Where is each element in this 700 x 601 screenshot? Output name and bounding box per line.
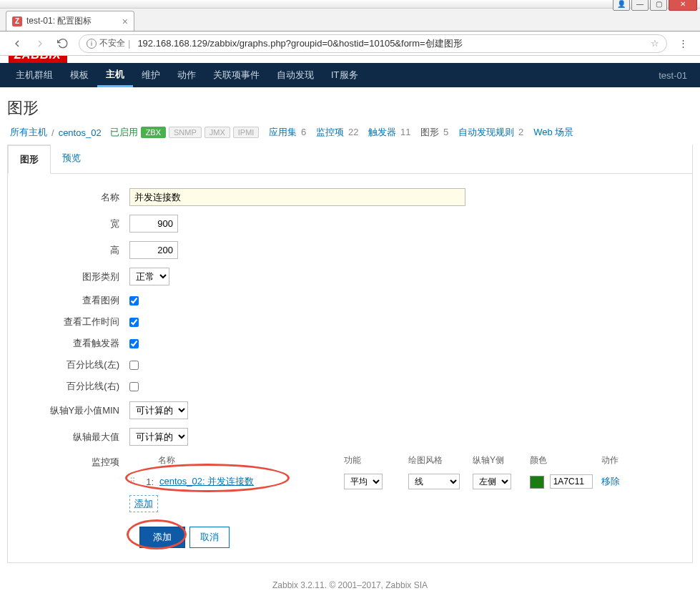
checkbox-show-legend[interactable] — [129, 296, 139, 306]
tab-preview[interactable]: 预览 — [51, 145, 92, 173]
input-width[interactable] — [129, 215, 178, 233]
stat-items[interactable]: 监控项 22 — [316, 126, 358, 139]
stat-discovery-rules[interactable]: 自动发现规则 2 — [458, 126, 523, 139]
reload-icon[interactable] — [56, 36, 70, 51]
label-items: 监控项 — [15, 454, 129, 469]
browser-tab[interactable]: Z test-01: 配置图标 × — [6, 11, 134, 31]
stat-graphs[interactable]: 图形 5 — [420, 126, 448, 139]
header-action: 动作 — [601, 454, 644, 466]
nav-templates[interactable]: 模板 — [61, 63, 97, 87]
browser-menu-icon[interactable]: ⋮ — [676, 36, 690, 51]
url-input[interactable] — [137, 38, 651, 49]
footer: Zabbix 3.2.11. © 2001–2017, Zabbix SIA — [7, 563, 693, 597]
user-window-button[interactable]: 👤 — [613, 0, 630, 11]
label-pct-left: 百分比线(左) — [15, 358, 129, 371]
nav-host-context: test-01 — [659, 70, 693, 81]
nav-discovery[interactable]: 自动发现 — [268, 63, 322, 87]
form-tabs: 图形 预览 — [8, 145, 692, 174]
breadcrumb-host[interactable]: centos_02 — [59, 127, 102, 138]
header-color: 颜色 — [530, 454, 601, 466]
select-item-style[interactable]: 线 — [408, 474, 460, 489]
address-input-wrap[interactable]: i 不安全 | ☆ — [79, 34, 667, 53]
label-ymax: 纵轴最大值 — [15, 431, 129, 444]
checkbox-show-triggers[interactable] — [129, 339, 139, 348]
label-name: 名称 — [15, 191, 129, 204]
stat-triggers[interactable]: 触发器 11 — [368, 126, 410, 139]
label-show-legend: 查看图例 — [15, 294, 129, 307]
select-graph-type[interactable]: 正常 — [129, 268, 169, 285]
item-index: 1: — [141, 477, 154, 487]
tab-close-icon[interactable]: × — [122, 16, 128, 27]
drag-handle-icon[interactable]: ⠿ — [129, 477, 141, 486]
label-width: 宽 — [15, 218, 129, 230]
cancel-button[interactable]: 取消 — [189, 527, 230, 548]
checkbox-pct-left[interactable] — [129, 361, 139, 370]
select-ymin[interactable]: 可计算的 — [129, 401, 188, 419]
nav-hosts[interactable]: 主机 — [97, 63, 133, 87]
stat-applications[interactable]: 应用集 6 — [269, 126, 306, 139]
header-style: 绘图风格 — [408, 454, 473, 466]
tab-title: test-01: 配置图标 — [26, 15, 92, 27]
items-table-header: 名称 功能 绘图风格 纵轴Y侧 颜色 动作 — [129, 454, 685, 466]
back-icon[interactable] — [10, 36, 24, 51]
item-remove-link[interactable]: 移除 — [601, 476, 620, 487]
input-name[interactable] — [129, 188, 465, 206]
submit-button[interactable]: 添加 — [139, 527, 185, 548]
label-height: 高 — [15, 244, 129, 257]
header-side: 纵轴Y侧 — [473, 454, 530, 466]
input-color[interactable] — [550, 474, 593, 489]
forward-icon — [33, 36, 47, 51]
select-item-side[interactable]: 左侧 — [473, 474, 511, 489]
checkbox-show-worktime[interactable] — [129, 318, 139, 327]
insecure-label: 不安全 — [99, 37, 125, 49]
maximize-window-button[interactable]: ▢ — [650, 0, 667, 11]
color-swatch[interactable] — [530, 476, 544, 489]
add-item-link[interactable]: 添加 — [129, 495, 158, 512]
label-ymin: 纵轴Y最小值MIN — [15, 404, 129, 417]
browser-address-bar: i 不安全 | ☆ ⋮ — [0, 31, 700, 56]
zabbix-logo-bar: ZABBIX — [0, 56, 700, 63]
item-row: ⠿ 1: centos_02: 并发连接数 平均 线 左侧 移除 — [129, 474, 685, 489]
nav-correlation[interactable]: 关联项事件 — [204, 63, 268, 87]
label-graph-type: 图形类别 — [15, 270, 129, 283]
bookmark-star-icon[interactable]: ☆ — [651, 38, 659, 49]
page-title: 图形 — [7, 97, 693, 119]
header-name: 名称 — [129, 454, 344, 466]
close-window-button[interactable]: ✕ — [669, 0, 697, 11]
header-func: 功能 — [344, 454, 408, 466]
badge-ipmi: IPMI — [233, 127, 260, 138]
select-ymax[interactable]: 可计算的 — [129, 428, 188, 446]
breadcrumb-all-hosts[interactable]: 所有主机 — [10, 126, 47, 139]
browser-tab-strip: Z test-01: 配置图标 × — [0, 9, 700, 31]
zabbix-logo: ZABBIX — [9, 56, 67, 63]
stat-web-scenarios[interactable]: Web 场景 — [533, 126, 573, 139]
status-enabled: 已启用 — [110, 126, 138, 139]
item-name-link[interactable]: centos_02: 并发连接数 — [159, 475, 254, 488]
zabbix-nav: 主机群组 模板 主机 维护 动作 关联项事件 自动发现 IT服务 test-01 — [0, 63, 700, 87]
input-height[interactable] — [129, 241, 178, 259]
minimize-window-button[interactable]: — — [631, 0, 649, 11]
nav-maintenance[interactable]: 维护 — [133, 63, 169, 87]
info-icon: i — [87, 39, 97, 49]
badge-snmp: SNMP — [169, 127, 202, 138]
label-show-worktime: 查看工作时间 — [15, 316, 129, 328]
breadcrumb: 所有主机 / centos_02 已启用 ZBX SNMP JMX IPMI 应… — [7, 126, 693, 139]
badge-zbx: ZBX — [141, 127, 166, 138]
badge-jmx: JMX — [204, 127, 230, 138]
nav-host-groups[interactable]: 主机群组 — [7, 63, 61, 87]
label-show-triggers: 查看触发器 — [15, 337, 129, 350]
tab-favicon: Z — [12, 16, 22, 26]
window-titlebar: 👤 — ▢ ✕ — [0, 0, 700, 9]
select-item-func[interactable]: 平均 — [344, 474, 383, 489]
label-pct-right: 百分比线(右) — [15, 380, 129, 393]
nav-it-services[interactable]: IT服务 — [322, 63, 367, 87]
security-indicator[interactable]: i 不安全 — [87, 37, 125, 49]
checkbox-pct-right[interactable] — [129, 382, 139, 391]
nav-actions[interactable]: 动作 — [169, 63, 204, 87]
graph-form: 图形 预览 名称 宽 高 图形类别 正常 查看图例 — [7, 145, 693, 563]
tab-graph[interactable]: 图形 — [8, 145, 51, 174]
